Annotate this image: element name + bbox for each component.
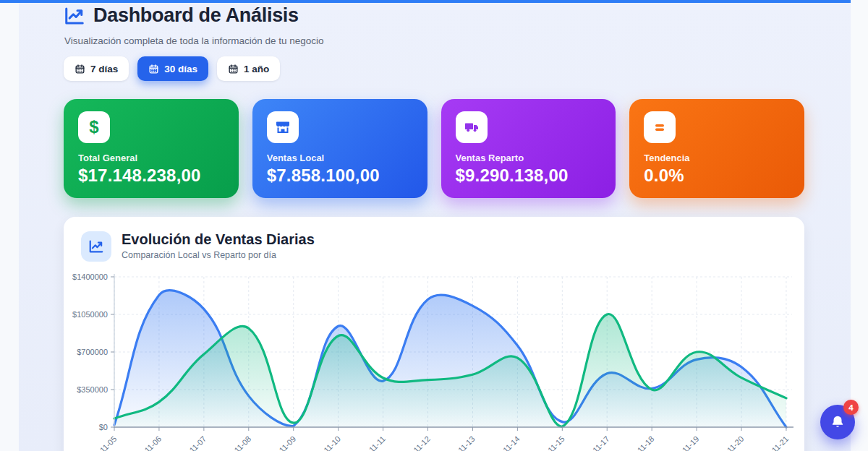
x-tick-label: 2025-11-21 bbox=[756, 434, 791, 451]
x-tick-label: 2025-11-14 bbox=[487, 434, 522, 451]
stat-card-ventas-local: Ventas Local $7.858.100,00 bbox=[252, 99, 427, 198]
calendar-icon bbox=[228, 64, 239, 74]
page-header: Dashboard de Análisis bbox=[64, 4, 299, 27]
x-tick-label: 2025-11-12 bbox=[397, 434, 432, 451]
period-button-label: 30 días bbox=[164, 64, 197, 74]
x-tick-label: 2025-11-08 bbox=[218, 434, 253, 451]
notification-badge: 4 bbox=[843, 400, 859, 415]
stat-value: $7.858.100,00 bbox=[267, 166, 413, 186]
x-tick-label: 2025-11-13 bbox=[442, 434, 477, 451]
period-button-30d[interactable]: 30 días bbox=[137, 56, 208, 81]
bell-icon bbox=[830, 414, 846, 430]
page-title: Dashboard de Análisis bbox=[93, 4, 299, 27]
x-tick-label: 2025-11-10 bbox=[307, 434, 342, 451]
period-button-label: 1 año bbox=[244, 64, 269, 74]
dashboard-page: Dashboard de Análisis Visualización comp… bbox=[0, 0, 868, 451]
period-button-1y[interactable]: 1 año bbox=[217, 56, 280, 81]
period-button-label: 7 días bbox=[90, 64, 118, 74]
x-tick-label: 2025-11-06 bbox=[129, 434, 163, 451]
x-tick-label: 2025-11-05 bbox=[84, 434, 119, 451]
equals-icon bbox=[644, 111, 676, 143]
stat-card-tendencia: Tendencia 0.0% bbox=[629, 99, 804, 198]
page-subtitle: Visualización completa de toda la inform… bbox=[64, 35, 323, 46]
y-tick-label: $700000 bbox=[77, 348, 108, 356]
left-gutter bbox=[0, 0, 19, 451]
x-tick-label: 2025-11-09 bbox=[263, 434, 297, 451]
stat-card-total-general: $ Total General $17.148.238,00 bbox=[64, 99, 239, 198]
x-tick-label: 2025-11-07 bbox=[174, 434, 208, 451]
chart-title: Evolución de Ventas Diarias bbox=[122, 231, 315, 248]
truck-icon bbox=[456, 111, 488, 143]
stats-card-row: $ Total General $17.148.238,00 Ventas Lo… bbox=[64, 99, 804, 198]
period-filter-group: 7 días 30 días 1 año bbox=[64, 56, 280, 81]
sales-chart-svg: $1400000$1050000$700000$350000$02025-11-… bbox=[64, 270, 804, 451]
stat-label: Tendencia bbox=[644, 153, 790, 163]
x-tick-label: 2025-11-17 bbox=[576, 434, 611, 451]
store-icon bbox=[267, 111, 299, 143]
x-tick-label: 2025-11-19 bbox=[666, 434, 701, 451]
stat-label: Ventas Reparto bbox=[456, 153, 602, 163]
dollar-icon: $ bbox=[78, 111, 110, 143]
stat-value: 0.0% bbox=[644, 166, 790, 186]
stat-value: $17.148.238,00 bbox=[78, 166, 224, 186]
y-tick-label: $0 bbox=[99, 423, 108, 431]
stat-label: Total General bbox=[78, 153, 224, 163]
right-gutter bbox=[851, 0, 868, 451]
notifications-button[interactable]: 4 bbox=[820, 405, 855, 439]
period-button-7d[interactable]: 7 días bbox=[64, 56, 129, 81]
calendar-icon bbox=[75, 64, 85, 74]
chart-subtitle: Comparación Local vs Reparto por día bbox=[122, 250, 315, 260]
top-accent-bar bbox=[0, 0, 851, 3]
x-tick-label: 2025-11-18 bbox=[621, 434, 656, 451]
chart-line-icon bbox=[81, 231, 111, 262]
y-tick-label: $1050000 bbox=[72, 310, 108, 319]
stat-value: $9.290.138,00 bbox=[456, 166, 602, 186]
x-tick-label: 2025-11-15 bbox=[532, 434, 566, 451]
sales-evolution-card: Evolución de Ventas Diarias Comparación … bbox=[64, 217, 804, 451]
stat-card-ventas-reparto: Ventas Reparto $9.290.138,00 bbox=[441, 99, 616, 198]
stat-label: Ventas Local bbox=[267, 153, 413, 163]
chart-line-icon bbox=[64, 5, 85, 27]
y-tick-label: $1400000 bbox=[72, 272, 108, 281]
calendar-icon bbox=[148, 64, 159, 74]
x-tick-label: 2025-11-11 bbox=[353, 434, 387, 451]
y-tick-label: $350000 bbox=[77, 385, 108, 394]
chart-header: Evolución de Ventas Diarias Comparación … bbox=[81, 231, 315, 262]
x-tick-label: 2025-11-20 bbox=[711, 434, 746, 451]
